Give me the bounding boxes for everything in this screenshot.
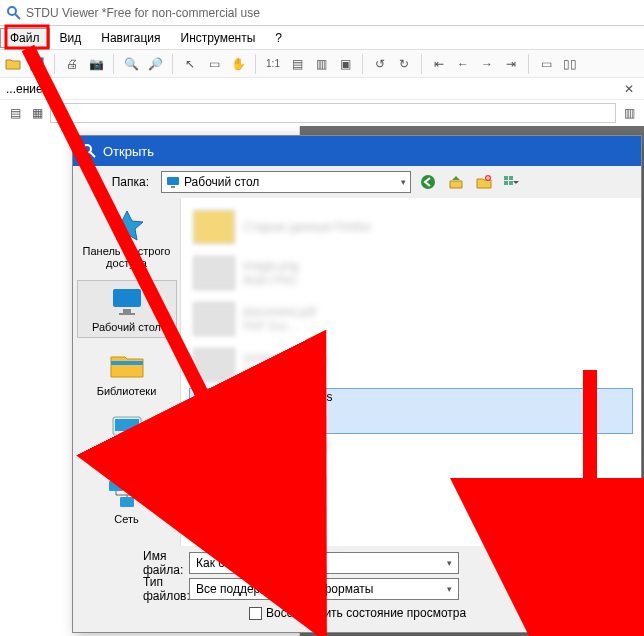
list-item[interactable]: Старые данные Firefox (189, 204, 633, 250)
toolbar-rotl-icon[interactable]: ↺ (371, 55, 389, 73)
nav-up-icon[interactable] (445, 171, 467, 193)
chevron-down-icon: ▾ (447, 584, 452, 594)
toolbar-page-icon[interactable]: ▭ (537, 55, 555, 73)
app-icon (6, 5, 22, 21)
svg-point-0 (8, 7, 16, 15)
svg-rect-14 (113, 289, 141, 307)
filename-value: Как открыть.xps (196, 556, 284, 570)
toolbar-first-icon[interactable]: ⇤ (430, 55, 448, 73)
places-bar: Панель быстрого доступа Рабочий стол Биб… (73, 198, 181, 546)
place-libraries-label: Библиотеки (80, 385, 174, 397)
menubar: Файл Вид Навигация Инструменты ? (0, 26, 644, 50)
svg-rect-17 (111, 361, 143, 365)
svg-rect-15 (123, 309, 131, 313)
selected-file-size: 202 КБ (244, 418, 332, 432)
toolbar-zoomout-icon[interactable]: 🔎 (146, 55, 164, 73)
open-button[interactable]: Открыть (547, 552, 631, 574)
nav-newfolder-icon[interactable] (473, 171, 495, 193)
list-item[interactable]: To_chto_tut.pngФайл "PNG"165 КБ (189, 434, 633, 480)
toolbar-hand-icon[interactable]: ✋ (229, 55, 247, 73)
toolbar-fith-icon[interactable]: ▥ (312, 55, 330, 73)
file-list: Старые данные Firefox image.pngФайл PNG … (181, 198, 641, 546)
side-panel-close-icon[interactable]: ✕ (620, 82, 638, 96)
menu-file[interactable]: Файл (0, 28, 50, 48)
list-item[interactable]: image.pngФайл PNG (189, 250, 633, 296)
svg-rect-7 (171, 186, 175, 188)
toolbar-fit-icon[interactable]: ▣ (336, 55, 354, 73)
panel-opt-icon[interactable]: ▥ (620, 104, 638, 122)
nav-viewmenu-icon[interactable] (501, 171, 523, 193)
toolbar-separator (362, 54, 363, 74)
menu-tools[interactable]: Инструменты (171, 28, 266, 48)
star-icon (107, 209, 147, 241)
panel-tab1-icon[interactable]: ▤ (6, 104, 24, 122)
menu-navigation[interactable]: Навигация (91, 28, 170, 48)
chevron-down-icon: ▾ (447, 558, 452, 568)
dialog-icon (81, 143, 97, 159)
toolbar-pagespread-icon[interactable]: ▯▯ (561, 55, 579, 73)
toolbar-select-icon[interactable]: ▭ (205, 55, 223, 73)
toolbar-next-icon[interactable]: → (478, 55, 496, 73)
toolbar-cursor-icon[interactable]: ↖ (181, 55, 199, 73)
svg-rect-23 (131, 481, 145, 491)
svg-rect-12 (504, 181, 508, 185)
toolbar-prev-icon[interactable]: ← (454, 55, 472, 73)
open-dialog: Открыть Папка: Рабочий стол ▾ Панель быс… (72, 135, 642, 633)
panel-tab2-icon[interactable]: ▦ (28, 104, 46, 122)
svg-rect-19 (115, 419, 139, 431)
svg-line-1 (15, 14, 20, 19)
app-title: STDU Viewer *Free for non-commercial use (26, 6, 260, 20)
place-network[interactable]: Сеть (77, 472, 177, 530)
filename-label: Имя файла: (83, 549, 183, 577)
nav-back-icon[interactable] (417, 171, 439, 193)
toolbar-zoom11-icon[interactable]: 1:1 (264, 55, 282, 73)
list-item-selected[interactable]: Как открыть.xps Документ XPS 202 КБ (189, 388, 633, 434)
folder-combo[interactable]: Рабочий стол ▾ (161, 171, 411, 193)
toolbar-fitw-icon[interactable]: ▤ (288, 55, 306, 73)
side-panel-title: ...ение (6, 82, 43, 96)
menu-view[interactable]: Вид (50, 28, 92, 48)
place-desktop-label: Рабочий стол (80, 321, 174, 333)
toolbar-camera-icon[interactable]: 📷 (87, 55, 105, 73)
toolbar-zoomin-icon[interactable]: 🔍 (122, 55, 140, 73)
toolbar-separator (421, 54, 422, 74)
svg-rect-3 (34, 58, 40, 62)
dialog-location-row: Папка: Рабочий стол ▾ (73, 166, 641, 198)
filetype-label: Тип файлов: (83, 575, 183, 603)
network-icon (107, 477, 147, 509)
toolbar-rotr-icon[interactable]: ↻ (395, 55, 413, 73)
toolbar-print-icon[interactable]: 🖨 (63, 55, 81, 73)
place-thispc-label: Этот компьютер (80, 449, 174, 461)
place-desktop[interactable]: Рабочий стол (77, 280, 177, 338)
panel-slot[interactable] (50, 103, 616, 123)
place-thispc[interactable]: Этот компьютер (77, 408, 177, 466)
svg-rect-24 (120, 497, 134, 507)
menu-help[interactable]: ? (265, 28, 292, 48)
list-item[interactable]: document.pdfPDF Doc... (189, 296, 633, 342)
toolbar-open-icon[interactable] (4, 55, 22, 73)
svg-rect-22 (109, 481, 123, 491)
desktop-icon (107, 285, 147, 317)
toolbar-separator (172, 54, 173, 74)
side-panel-toolbar: ▤ ▦ ▥ (0, 100, 644, 126)
svg-rect-20 (121, 437, 133, 440)
dialog-titlebar: Открыть (73, 136, 641, 166)
filetype-select[interactable]: Все поддерживаемые форматы ▾ (189, 578, 459, 600)
list-item[interactable]: screenshot.pngФайл "PNG" (189, 342, 633, 388)
filename-input[interactable]: Как открыть.xps ▾ (189, 552, 459, 574)
toolbar-separator (528, 54, 529, 74)
svg-point-4 (83, 145, 91, 153)
restore-checkbox[interactable] (249, 607, 262, 620)
place-libraries[interactable]: Библиотеки (77, 344, 177, 402)
place-quickaccess[interactable]: Панель быстрого доступа (77, 204, 177, 274)
toolbar-save-icon[interactable] (28, 55, 46, 73)
toolbar-last-icon[interactable]: ⇥ (502, 55, 520, 73)
selected-file-type: Документ XPS (244, 404, 332, 418)
main-toolbar: 🖨 📷 🔍 🔎 ↖ ▭ ✋ 1:1 ▤ ▥ ▣ ↺ ↻ ⇤ ← → ⇥ ▭ ▯▯ (0, 50, 644, 78)
toolbar-separator (54, 54, 55, 74)
restore-checkbox-label: Восстановить состояние просмотра (266, 606, 466, 620)
folder-value: Рабочий стол (184, 175, 259, 189)
svg-rect-13 (509, 181, 513, 185)
side-panel-header: ...ение ✕ (0, 78, 644, 100)
cancel-button[interactable]: Отмена (547, 578, 631, 600)
